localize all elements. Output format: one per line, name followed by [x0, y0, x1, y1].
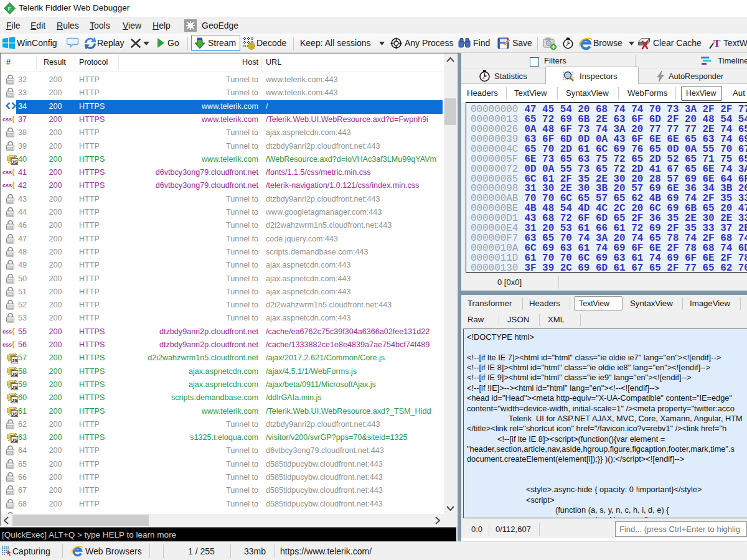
svg-text:F: F	[8, 6, 12, 12]
svg-text:JS: JS	[12, 159, 18, 164]
svg-text:JS: JS	[12, 358, 18, 363]
svg-text:JS: JS	[12, 437, 18, 443]
svg-text:JS: JS	[12, 371, 18, 376]
svg-text:JS: JS	[12, 384, 18, 390]
svg-text:JS: JS	[12, 398, 18, 403]
svg-text:JS: JS	[12, 411, 18, 416]
